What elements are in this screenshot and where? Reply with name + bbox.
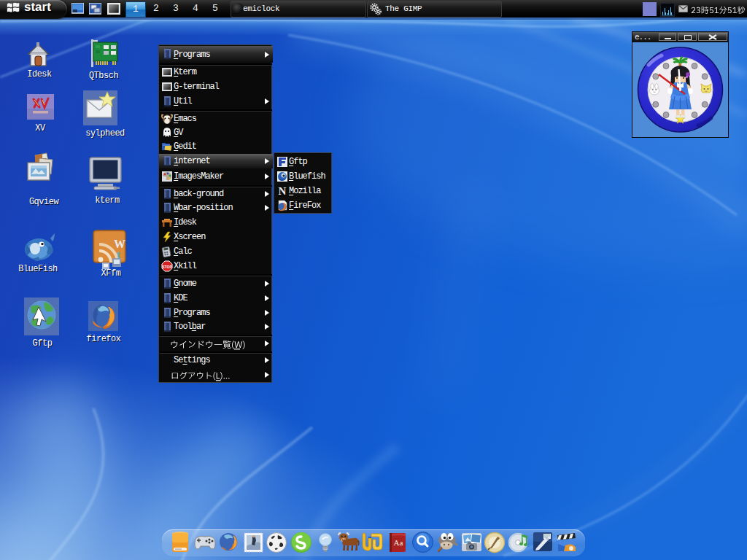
svg-text:Aa: Aa: [394, 538, 403, 547]
svg-text:STOP: STOP: [162, 265, 172, 269]
svg-text:N: N: [279, 185, 287, 197]
